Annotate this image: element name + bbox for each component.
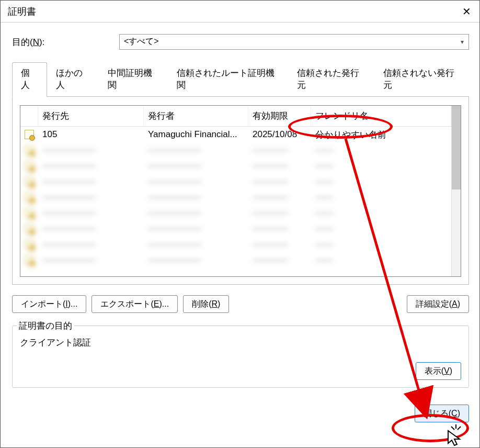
table-row[interactable]: —————————————————— — [20, 158, 451, 174]
col-issued-by[interactable]: 発行者 — [144, 106, 248, 126]
certificate-icon — [25, 240, 34, 249]
svg-line-1 — [451, 427, 454, 430]
view-button[interactable]: 表示(V) — [416, 362, 461, 380]
tab-trusted-root-ca[interactable]: 信頼されたルート証明機関 — [168, 62, 288, 97]
remove-button[interactable]: 削除(R) — [183, 295, 229, 313]
tab-other-people[interactable]: ほかの人 — [47, 62, 99, 97]
col-friendly-name[interactable]: フレンドリ名 — [311, 106, 451, 126]
table-row[interactable]: 105 Yamaguchi Financial... 2025/10/08 分か… — [20, 127, 451, 142]
table-row[interactable]: —————————————————— — [20, 252, 451, 268]
certificate-icon — [25, 161, 34, 171]
export-button[interactable]: エクスポート(E)... — [92, 295, 178, 313]
purpose-text: クライアント認証 — [20, 337, 461, 349]
certificate-list: 発行先 発行者 有効期限 フレンドリ名 105 Yamaguchi Financ… — [20, 105, 461, 277]
window-title: 証明書 — [8, 5, 453, 18]
table-row[interactable]: —————————————————— — [20, 189, 451, 205]
certificate-icon — [25, 177, 34, 186]
certificate-icon — [25, 255, 34, 265]
table-row[interactable]: —————————————————— — [20, 142, 451, 158]
click-spark-icon — [449, 424, 463, 435]
certificate-icon — [25, 224, 34, 233]
col-issued-to[interactable]: 発行先 — [38, 106, 144, 126]
cursor-icon — [447, 430, 462, 448]
certificate-icon — [25, 193, 34, 202]
svg-line-2 — [458, 427, 461, 430]
certificate-purpose-group: 証明書の目的 クライアント認証 表示(V) — [12, 326, 469, 388]
tab-trusted-publishers[interactable]: 信頼された発行元 — [288, 62, 374, 97]
tab-intermediate-ca[interactable]: 中間証明機関 — [99, 62, 168, 97]
scrollbar[interactable] — [451, 106, 461, 276]
scroll-thumb[interactable] — [452, 106, 461, 189]
certificate-icon — [25, 208, 34, 218]
col-expires[interactable]: 有効期限 — [248, 106, 311, 126]
table-row[interactable]: —————————————————— — [20, 174, 451, 189]
tabs: 個人 ほかの人 中間証明機関 信頼されたルート証明機関 信頼された発行元 信頼さ… — [12, 62, 469, 97]
table-row[interactable]: —————————————————— — [20, 205, 451, 221]
advanced-button[interactable]: 詳細設定(A) — [407, 295, 469, 313]
tab-personal[interactable]: 個人 — [12, 62, 47, 97]
tab-panel: 発行先 発行者 有効期限 フレンドリ名 105 Yamaguchi Financ… — [12, 97, 469, 285]
close-button[interactable]: 閉じる(C) — [415, 405, 469, 422]
certificate-icon — [25, 130, 34, 139]
list-header: 発行先 発行者 有効期限 フレンドリ名 — [20, 106, 451, 127]
purpose-box-title: 証明書の目的 — [17, 320, 74, 332]
titlebar: 証明書 ✕ — [1, 1, 479, 23]
certificates-dialog: 証明書 ✕ 目的(N): <すべて> ▾ 個人 ほかの人 中間証明機関 信頼され… — [0, 0, 480, 448]
purpose-label: 目的(N): — [12, 36, 119, 48]
table-row[interactable]: —————————————————— — [20, 221, 451, 237]
import-button[interactable]: インポート(I)... — [12, 295, 86, 313]
window-close-button[interactable]: ✕ — [453, 1, 479, 23]
purpose-select[interactable]: <すべて> — [119, 34, 469, 50]
table-row[interactable]: —————————————————— — [20, 237, 451, 252]
tab-untrusted-publishers[interactable]: 信頼されない発行元 — [374, 62, 469, 97]
certificate-icon — [25, 145, 34, 155]
